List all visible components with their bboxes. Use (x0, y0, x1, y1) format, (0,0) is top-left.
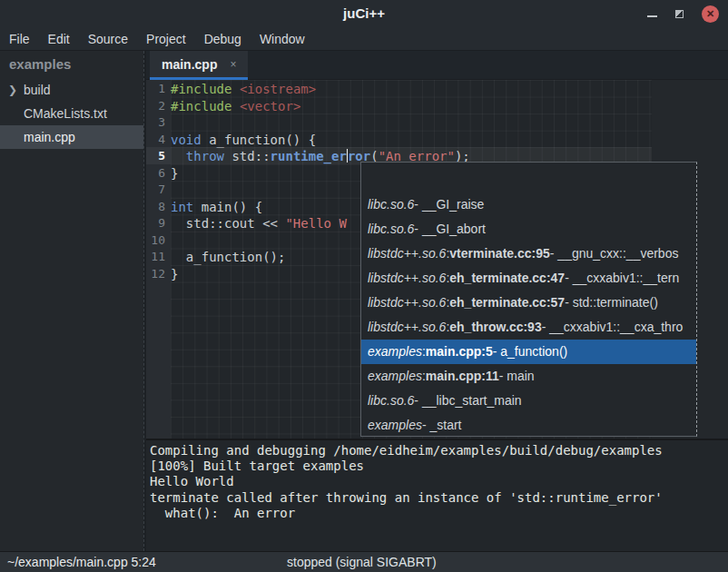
juci-window: juCi++ ✕ FileEditSourceProjectDebugWindo… (0, 0, 728, 572)
code-token: } (171, 267, 178, 281)
frame-file: main.cpp:11 (426, 369, 499, 383)
menu-item-file[interactable]: File (0, 27, 39, 51)
tree-item-cmakelists-txt[interactable]: CMakeLists.txt (0, 102, 143, 125)
code-token: } (171, 166, 178, 181)
statusbar: ~/examples/main.cpp 5:24 stopped (signal… (0, 551, 728, 572)
tree-item-main-cpp[interactable]: main.cpp (0, 125, 143, 149)
tree-item-label: main.cpp (24, 130, 75, 144)
frame-lib: libc.so.6 (368, 222, 414, 236)
code-token: "Hello W (285, 216, 346, 231)
frame-file: eh_throw.cc:93 (449, 320, 541, 334)
menu-item-project[interactable]: Project (137, 27, 195, 51)
line-number: 10 (146, 232, 165, 250)
stack-frame-row[interactable]: libc.so.6 - __GI_abort (361, 216, 696, 241)
code-token: throw (186, 149, 224, 163)
code-token: #include (171, 82, 231, 96)
tab-main-cpp[interactable]: main.cpp × (150, 51, 248, 80)
code-token: a_function() { (202, 133, 316, 147)
terminal-line: Compiling and debugging /home/eidheim/ex… (150, 443, 724, 459)
status-debug: stopped (signal SIGABRT) (287, 552, 437, 572)
tree-item-label: CMakeLists.txt (24, 106, 107, 121)
tab-bar: main.cpp × (146, 51, 728, 80)
code-token (231, 99, 239, 113)
line-numbers: 123456789101112 (146, 81, 165, 283)
status-location: ~/examples/main.cpp 5:24 (7, 552, 156, 572)
stack-frame-row[interactable]: libc.so.6 - __libc_start_main (361, 389, 696, 413)
frame-lib: libc.so.6 (368, 197, 414, 212)
stack-frame-row[interactable]: examples - _start (361, 413, 696, 437)
titlebar[interactable]: juCi++ ✕ (0, 0, 728, 27)
frame-lib: libstdc++.so.6 (368, 246, 446, 261)
stack-frame-row[interactable]: examples:main.cpp:11 - main (361, 364, 696, 389)
tree-item-build[interactable]: ❯build (0, 78, 143, 102)
menu-item-window[interactable]: Window (251, 27, 314, 51)
line-number: 5 (146, 148, 165, 165)
stack-frame-row[interactable] (361, 163, 696, 192)
stack-frame-row[interactable]: libstdc++.so.6:eh_terminate.cc:57 - std:… (361, 290, 696, 314)
frame-func: - std::terminate() (565, 295, 658, 310)
stack-frame-row[interactable]: libc.so.6 - __GI_raise (361, 192, 696, 216)
frame-file: main.cpp:5 (426, 344, 493, 359)
minimize-button[interactable] (647, 15, 657, 17)
line-number: 3 (146, 114, 165, 132)
stack-frame-row[interactable]: libstdc++.so.6:vterminate.cc:95 - __gnu_… (361, 241, 696, 265)
frame-func: - __gnu_cxx::__verbos (550, 246, 679, 261)
line-number: 12 (146, 266, 165, 283)
code-token: std:: (224, 149, 271, 163)
line-number: 7 (146, 182, 165, 199)
frame-lib: examples (368, 369, 422, 383)
code-token: #include (171, 99, 231, 113)
line-number: 1 (146, 81, 165, 98)
frame-file: eh_terminate.cc:47 (449, 271, 565, 285)
code-token: <iostream> (240, 82, 316, 96)
frame-lib: libstdc++.so.6 (368, 320, 446, 334)
code-token (171, 149, 186, 163)
terminal-output[interactable]: Compiling and debugging /home/eidheim/ex… (146, 439, 728, 551)
frame-func: - __cxxabiv1::__tern (565, 271, 679, 285)
stack-frame-row[interactable]: libstdc++.so.6:eh_terminate.cc:47 - __cx… (361, 265, 696, 290)
frame-lib: examples (368, 418, 422, 432)
code-line (171, 114, 470, 132)
tree-item-label: build (24, 83, 51, 97)
code-token: runtime_er (271, 149, 347, 163)
frame-func: - main (499, 369, 535, 383)
code-line: #include <iostream> (171, 81, 470, 98)
line-number: 2 (146, 98, 165, 115)
menu-item-debug[interactable]: Debug (195, 27, 251, 51)
menu-item-edit[interactable]: Edit (39, 27, 79, 51)
sidebar-file-tree: examples ❯buildCMakeLists.txtmain.cpp (0, 51, 143, 551)
code-token: void (171, 133, 202, 147)
window-title: juCi++ (0, 0, 728, 27)
tab-label: main.cpp (162, 57, 217, 72)
code-line: void a_function() { (171, 132, 470, 149)
frame-lib: libc.so.6 (368, 393, 414, 408)
frame-func: - __cxxabiv1::__cxa_thro (542, 320, 684, 334)
frame-func: - __libc_start_main (414, 393, 521, 408)
code-token: int (171, 200, 193, 214)
frame-lib: examples (368, 344, 422, 359)
code-line: #include <vector> (171, 98, 470, 115)
frame-file: vterminate.cc:95 (449, 246, 550, 261)
restore-button[interactable] (675, 10, 684, 18)
terminal-line: Hello World (150, 474, 724, 489)
frame-lib: libstdc++.so.6 (368, 295, 446, 310)
frame-lib: libstdc++.so.6 (368, 271, 446, 285)
tab-close-icon[interactable]: × (230, 58, 236, 71)
project-header: examples (0, 51, 143, 78)
frame-func: - _start (422, 418, 462, 432)
line-number: 4 (146, 132, 165, 149)
line-number: 9 (146, 215, 165, 232)
frame-func: - __GI_abort (414, 222, 486, 236)
terminal-line: [100%] Built target examples (150, 459, 724, 474)
chevron-right-icon[interactable]: ❯ (8, 78, 17, 102)
close-button[interactable]: ✕ (702, 5, 719, 23)
stack-frame-row[interactable]: examples:main.cpp:5 - a_function() (361, 340, 696, 364)
code-token (231, 82, 239, 96)
code-token: a_function(); (171, 250, 285, 264)
frame-file: eh_terminate.cc:57 (449, 295, 565, 310)
tree-items: ❯buildCMakeLists.txtmain.cpp (0, 78, 143, 149)
menu-item-source[interactable]: Source (79, 27, 137, 51)
stack-trace-popup: libc.so.6 - __GI_raiselibc.so.6 - __GI_a… (360, 162, 697, 437)
code-token: std::cout << (171, 216, 285, 231)
stack-frame-row[interactable]: libstdc++.so.6:eh_throw.cc:93 - __cxxabi… (361, 314, 696, 339)
